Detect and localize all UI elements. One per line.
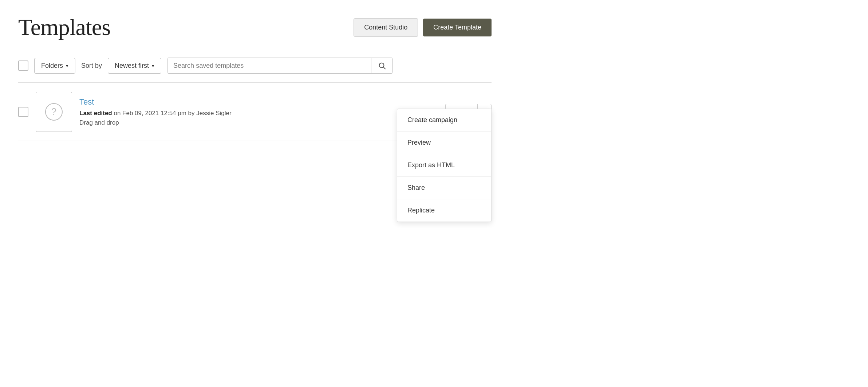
folders-chevron-icon: ▾ <box>66 63 68 69</box>
template-meta: Last edited on Feb 09, 2021 12:54 pm by … <box>79 110 438 117</box>
sort-chevron-icon: ▾ <box>152 63 154 69</box>
sort-value: Newest first <box>115 62 149 70</box>
last-edited-info: on Feb 09, 2021 12:54 pm by Jessie Sigle… <box>112 110 232 117</box>
dropdown-item-export-html[interactable]: Export as HTML <box>397 154 491 177</box>
page-header: Templates Content Studio Create Template <box>18 15 492 40</box>
dropdown-item-preview[interactable]: Preview <box>397 132 491 154</box>
page-title: Templates <box>18 15 110 40</box>
template-type: Drag and drop <box>79 119 438 126</box>
svg-line-1 <box>383 67 385 69</box>
sort-by-label: Sort by <box>81 62 102 70</box>
search-button[interactable] <box>371 58 392 73</box>
search-icon <box>378 62 386 70</box>
header-actions: Content Studio Create Template <box>354 18 492 37</box>
template-thumbnail: ? <box>36 92 72 132</box>
search-input[interactable] <box>167 58 371 73</box>
folders-label: Folders <box>41 62 63 70</box>
template-info: Test Last edited on Feb 09, 2021 12:54 p… <box>79 97 438 126</box>
template-checkbox[interactable] <box>18 107 28 117</box>
dropdown-item-replicate[interactable]: Replicate <box>397 199 491 222</box>
last-edited-label: Last edited <box>79 110 112 117</box>
search-container <box>167 58 393 74</box>
create-template-button[interactable]: Create Template <box>423 19 492 36</box>
dropdown-menu: Create campaign Preview Export as HTML S… <box>397 109 492 222</box>
template-name[interactable]: Test <box>79 97 438 107</box>
question-mark-icon: ? <box>45 103 63 121</box>
sort-button[interactable]: Newest first ▾ <box>108 58 161 74</box>
table-row: ? Test Last edited on Feb 09, 2021 12:54… <box>18 83 492 141</box>
toolbar: Folders ▾ Sort by Newest first ▾ <box>18 58 492 74</box>
folders-button[interactable]: Folders ▾ <box>34 58 75 74</box>
dropdown-item-create-campaign[interactable]: Create campaign <box>397 109 491 132</box>
select-all-checkbox[interactable] <box>18 60 28 71</box>
content-studio-button[interactable]: Content Studio <box>354 18 418 37</box>
templates-list: ? Test Last edited on Feb 09, 2021 12:54… <box>18 83 492 141</box>
dropdown-item-share[interactable]: Share <box>397 177 491 199</box>
question-symbol: ? <box>51 106 56 117</box>
